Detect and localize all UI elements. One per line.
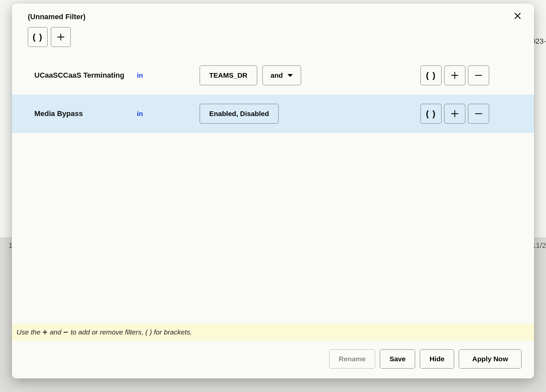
minus-icon bbox=[474, 109, 483, 118]
filter-row: Media Bypass in Enabled, Disabled ( ) bbox=[12, 95, 534, 133]
save-button[interactable]: Save bbox=[380, 349, 415, 369]
field-name[interactable]: Media Bypass bbox=[34, 109, 134, 118]
hide-button[interactable]: Hide bbox=[420, 349, 454, 369]
plus-icon bbox=[450, 109, 459, 118]
brackets-icon: ( ) bbox=[426, 70, 436, 81]
operator[interactable]: in bbox=[137, 110, 196, 118]
filter-title: (Unnamed Filter) bbox=[28, 13, 522, 21]
close-button[interactable] bbox=[511, 9, 524, 22]
brackets-button[interactable]: ( ) bbox=[28, 27, 48, 47]
filter-body: UCaaSCCaaS Terminating in TEAMS_DR and (… bbox=[12, 50, 534, 324]
help-text: Use the bbox=[17, 328, 40, 336]
add-filter-button[interactable] bbox=[51, 27, 71, 47]
row-brackets-button[interactable]: ( ) bbox=[420, 104, 442, 124]
filter-row: UCaaSCCaaS Terminating in TEAMS_DR and (… bbox=[12, 56, 534, 95]
row-remove-button[interactable] bbox=[468, 104, 489, 124]
plus-icon bbox=[450, 71, 459, 80]
value-area: TEAMS_DR and bbox=[200, 65, 417, 85]
chevron-down-icon bbox=[288, 74, 293, 77]
brackets-icon: ( ) bbox=[426, 109, 436, 119]
row-actions: ( ) bbox=[420, 65, 518, 85]
brackets-icon: ( ) bbox=[33, 32, 43, 42]
minus-icon bbox=[62, 329, 69, 335]
row-actions: ( ) bbox=[420, 104, 518, 124]
row-brackets-button[interactable]: ( ) bbox=[420, 65, 442, 85]
field-name[interactable]: UCaaSCCaaS Terminating bbox=[34, 71, 134, 80]
filter-value-button[interactable]: TEAMS_DR bbox=[200, 65, 257, 85]
rename-button: Rename bbox=[329, 349, 375, 369]
plus-icon bbox=[42, 329, 48, 335]
help-text: and bbox=[50, 328, 61, 336]
minus-icon bbox=[474, 71, 483, 80]
row-add-button[interactable] bbox=[444, 65, 465, 85]
filter-value-button[interactable]: Enabled, Disabled bbox=[200, 104, 279, 124]
close-icon bbox=[513, 12, 522, 20]
help-text: to add or remove filters, ( ) for bracke… bbox=[70, 328, 192, 336]
logic-label: and bbox=[271, 71, 283, 79]
modal-header: (Unnamed Filter) ( ) bbox=[12, 3, 534, 50]
logic-operator-dropdown[interactable]: and bbox=[262, 65, 301, 85]
value-area: Enabled, Disabled bbox=[200, 104, 417, 124]
row-add-button[interactable] bbox=[444, 104, 465, 124]
modal-footer: Rename Save Hide Apply Now bbox=[12, 341, 534, 378]
help-bar: Use the and to add or remove filters, ( … bbox=[12, 324, 534, 341]
row-remove-button[interactable] bbox=[468, 65, 489, 85]
apply-now-button[interactable]: Apply Now bbox=[459, 349, 522, 369]
filter-modal: (Unnamed Filter) ( ) UCaaSCCaaS Terminat… bbox=[12, 3, 534, 378]
toolbar: ( ) bbox=[28, 27, 522, 47]
plus-icon bbox=[56, 32, 65, 42]
operator[interactable]: in bbox=[137, 71, 196, 79]
